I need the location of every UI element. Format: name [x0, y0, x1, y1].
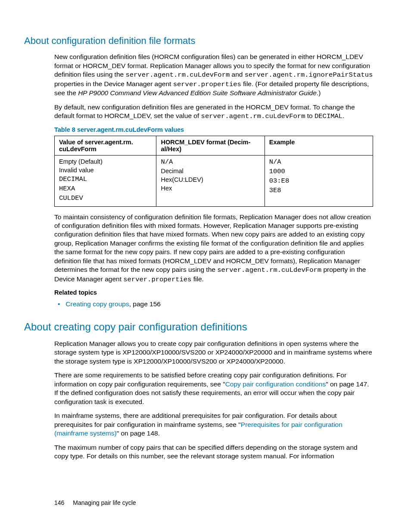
text: 1000 — [269, 168, 368, 175]
text: DECIMAL — [59, 175, 152, 183]
table-cell: Empty (Default) Invalid value DECIMAL HE… — [55, 155, 156, 206]
related-topics-list: Creating copy groups, page 156 — [54, 300, 373, 308]
property-value: DECIMAL — [314, 112, 342, 120]
text: To maintain consistency of configuration… — [54, 213, 371, 274]
paragraph: Replication Manager allows you to create… — [54, 339, 373, 366]
text: al/Hex) — [161, 146, 181, 152]
text: and — [230, 71, 244, 78]
property-name: server.agent.rm.ignorePairStatus — [245, 71, 373, 79]
text: Value of server.agent.rm. — [59, 139, 133, 146]
list-item: Creating copy groups, page 156 — [64, 300, 373, 308]
text: HEXA — [59, 185, 152, 193]
property-name: server.agent.rm.cuLdevForm — [217, 266, 321, 274]
text: Decimal — [161, 168, 260, 174]
property-name: server.agent.rm.cuLdevForm — [201, 112, 305, 120]
footer-title: Managing pair life cycle — [73, 499, 136, 506]
paragraph: By default, new configuration definition… — [54, 103, 373, 121]
text: Invalid value — [59, 167, 152, 174]
text: , page 156 — [129, 300, 161, 308]
related-topics-heading: Related topics — [54, 289, 373, 296]
text: . — [342, 112, 344, 119]
table-cell: N/A 1000 03:E8 3E8 — [265, 155, 373, 206]
text: CULDEV — [59, 194, 152, 202]
paragraph: To maintain consistency of configuration… — [54, 213, 373, 284]
text: HORCM_LDEV format (Decim- — [161, 139, 250, 146]
page-footer: 146 Managing pair life cycle — [54, 499, 136, 506]
text: Hex — [161, 185, 260, 192]
text: .) — [317, 89, 321, 96]
text: file. — [191, 275, 203, 283]
paragraph: In mainframe systems, there are addition… — [54, 411, 373, 438]
culdevform-values-table: Value of server.agent.rm. cuLdevForm HOR… — [54, 136, 373, 207]
table-caption: Table 8 server.agent.rm.cuLdevForm value… — [54, 126, 373, 133]
paragraph: The maximum number of copy pairs that ca… — [54, 443, 373, 461]
text: " on page 148. — [117, 429, 160, 437]
text: N/A — [161, 158, 260, 166]
heading-creating-copy-pair-config: About creating copy pair configuration d… — [24, 321, 373, 333]
page-number: 146 — [54, 499, 64, 506]
text: N/A — [269, 158, 368, 166]
paragraph: There are some requirements to be satisf… — [54, 371, 373, 406]
paragraph: New configuration definition files (HORC… — [54, 53, 373, 97]
text: properties in the Device Manager agent — [54, 80, 173, 87]
text: cuLdevForm — [59, 146, 97, 152]
file-name: server.properties — [123, 276, 191, 283]
text: 3E8 — [269, 187, 368, 194]
link-creating-copy-groups[interactable]: Creating copy groups — [65, 300, 129, 308]
guide-title: HP P9000 Command View Advanced Edition S… — [78, 89, 317, 96]
table-header: Example — [265, 136, 373, 155]
text: Hex(CU:LDEV) — [161, 176, 260, 183]
table-cell: N/A Decimal Hex(CU:LDEV) Hex — [156, 155, 265, 206]
text: 03:E8 — [269, 177, 368, 185]
heading-config-file-formats: About configuration definition file form… — [24, 35, 373, 47]
link-copy-pair-config-conditions[interactable]: Copy pair configuration conditions — [225, 380, 326, 388]
table-header: HORCM_LDEV format (Decim- al/Hex) — [156, 136, 265, 155]
file-name: server.properties — [173, 81, 241, 88]
table-row: Empty (Default) Invalid value DECIMAL HE… — [55, 155, 373, 206]
property-name: server.agent.rm.cuLdevForm — [125, 71, 230, 79]
text: to — [305, 112, 314, 119]
table-header: Value of server.agent.rm. cuLdevForm — [55, 136, 156, 155]
text: Empty (Default) — [59, 158, 152, 165]
